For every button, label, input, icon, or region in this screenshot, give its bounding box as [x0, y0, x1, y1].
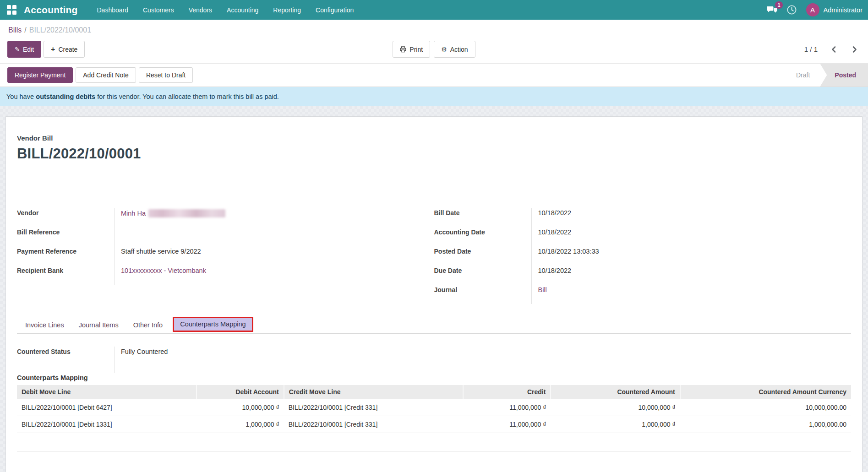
- cell-credit: 11,000,000 ₫: [463, 416, 551, 433]
- form-view-background: Vendor Bill BILL/2022/10/0001 Vendor Min…: [0, 106, 868, 472]
- banner-text-bold: outstanding debits: [36, 93, 95, 100]
- recipient-bank-link[interactable]: 101xxxxxxxxx - Vietcombank: [121, 267, 206, 274]
- edit-button[interactable]: ✎ Edit: [7, 41, 41, 58]
- user-menu[interactable]: A Administrator: [806, 3, 863, 16]
- notebook-tabs: Invoice Lines Journal Items Other Info C…: [17, 317, 851, 334]
- col-debit-move-line: Debit Move Line: [17, 385, 197, 399]
- recipient-bank-label: Recipient Bank: [17, 266, 114, 285]
- activities-clock-icon[interactable]: [786, 5, 797, 15]
- pager-previous-button[interactable]: [830, 45, 838, 54]
- col-countered-amount-currency: Countered Amount Currency: [680, 385, 851, 399]
- statusbar-states: Draft Posted: [786, 64, 868, 87]
- col-countered-amount: Countered Amount: [551, 385, 680, 399]
- top-navbar: Accounting Dashboard Customers Vendors A…: [0, 0, 868, 20]
- menu-reporting[interactable]: Reporting: [267, 1, 307, 19]
- vendor-link[interactable]: Minh Ha: [121, 210, 146, 217]
- create-button[interactable]: + Create: [44, 41, 85, 58]
- add-credit-note-button[interactable]: Add Credit Note: [76, 67, 136, 83]
- redacted-vendor-name: [148, 209, 225, 217]
- tab-other-info[interactable]: Other Info: [126, 317, 170, 333]
- col-credit-move-line: Credit Move Line: [284, 385, 464, 399]
- printer-icon: [400, 46, 406, 53]
- messages-count-badge: 1: [775, 1, 782, 9]
- breadcrumb-bills-link[interactable]: Bills: [8, 26, 22, 34]
- accounting-date-value: 10/18/2022: [531, 227, 824, 246]
- plus-icon: +: [51, 46, 55, 53]
- tab-journal-items[interactable]: Journal Items: [71, 317, 126, 333]
- vendor-label: Vendor: [17, 208, 114, 227]
- field-due-date: Due Date 10/18/2022: [434, 266, 824, 285]
- counterparts-mapping-title: Counterparts Mapping: [17, 374, 851, 381]
- chevron-left-icon: [830, 46, 837, 53]
- cp-left-buttons: ✎ Edit + Create: [7, 41, 393, 58]
- user-name: Administrator: [824, 6, 863, 14]
- bill-number-title: BILL/2022/10/0001: [17, 146, 851, 162]
- cell-countered-amount-currency: 1,000,000.00: [680, 416, 851, 433]
- journal-link[interactable]: Bill: [538, 286, 547, 293]
- banner-text-suffix: for this vendor. You can allocate them t…: [97, 93, 279, 100]
- breadcrumb-separator: /: [24, 26, 26, 34]
- field-journal: Journal Bill: [434, 285, 824, 304]
- table-header-row: Debit Move Line Debit Account Credit Mov…: [17, 385, 851, 399]
- col-debit-account: Debit Account: [197, 385, 284, 399]
- tab-invoice-lines[interactable]: Invoice Lines: [18, 317, 71, 333]
- bill-date-value: 10/18/2022: [531, 208, 824, 227]
- cell-countered-amount: 1,000,000 ₫: [551, 416, 680, 433]
- action-button[interactable]: ⚙ Action: [434, 41, 475, 58]
- cell-debit-account: 1,000,000 ₫: [197, 416, 284, 433]
- menu-customers[interactable]: Customers: [136, 1, 180, 19]
- field-posted-date: Posted Date 10/18/2022 13:03:33: [434, 246, 824, 266]
- countered-status-value: Fully Countered: [114, 347, 851, 373]
- state-draft[interactable]: Draft: [786, 64, 820, 87]
- pager: 1 / 1: [475, 45, 861, 54]
- due-date-value: 10/18/2022: [531, 266, 824, 285]
- cell-countered-amount: 10,000,000 ₫: [551, 399, 680, 416]
- cell-credit-move-line: BILL/2022/10/0001 [Credit 331]: [284, 399, 464, 416]
- pencil-icon: ✎: [15, 46, 20, 52]
- countered-status-label: Countered Status: [17, 347, 114, 373]
- cell-debit-account: 10,000,000 ₫: [197, 399, 284, 416]
- cell-credit: 11,000,000 ₫: [463, 399, 551, 416]
- menu-vendors[interactable]: Vendors: [182, 1, 218, 19]
- app-title: Accounting: [24, 5, 78, 16]
- document-type-label: Vendor Bill: [17, 134, 851, 142]
- accounting-date-label: Accounting Date: [434, 227, 531, 246]
- grid-icon: [7, 5, 16, 15]
- tab-counterparts-mapping[interactable]: Counterparts Mapping: [173, 317, 253, 332]
- table-row[interactable]: BILL/2022/10/0001 [Debit 6427] 10,000,00…: [17, 399, 851, 416]
- navbar-systray: 1 A Administrator: [766, 3, 863, 16]
- field-recipient-bank: Recipient Bank 101xxxxxxxxx - Vietcomban…: [17, 266, 407, 285]
- col-credit: Credit: [463, 385, 551, 399]
- breadcrumb-current: BILL/2022/10/0001: [29, 26, 91, 34]
- pager-value[interactable]: 1 / 1: [804, 45, 818, 53]
- breadcrumb: Bills/BILL/2022/10/0001: [8, 26, 861, 34]
- apps-menu-icon[interactable]: [4, 2, 19, 18]
- field-accounting-date: Accounting Date 10/18/2022: [434, 227, 824, 246]
- counterparts-mapping-table: Debit Move Line Debit Account Credit Mov…: [17, 385, 851, 451]
- gear-icon: ⚙: [441, 46, 447, 53]
- cell-debit-move-line: BILL/2022/10/0001 [Debit 1331]: [17, 416, 197, 433]
- posted-date-label: Posted Date: [434, 246, 531, 266]
- bill-reference-label: Bill Reference: [17, 227, 114, 246]
- state-posted[interactable]: Posted: [820, 64, 868, 87]
- posted-date-value: 10/18/2022 13:03:33: [531, 246, 824, 266]
- messages-icon[interactable]: 1: [766, 5, 777, 15]
- field-countered-status: Countered Status Fully Countered: [17, 347, 851, 373]
- field-vendor: Vendor Minh Ha: [17, 208, 407, 227]
- main-menu: Dashboard Customers Vendors Accounting R…: [91, 1, 766, 19]
- payment-reference-value: Staff shuttle service 9/2022: [114, 246, 407, 266]
- register-payment-button[interactable]: Register Payment: [7, 67, 73, 83]
- table-empty-row: [17, 433, 851, 451]
- field-bill-date: Bill Date 10/18/2022: [434, 208, 824, 227]
- pager-next-button[interactable]: [850, 45, 859, 54]
- menu-dashboard[interactable]: Dashboard: [91, 1, 135, 19]
- menu-configuration[interactable]: Configuration: [309, 1, 360, 19]
- table-row[interactable]: BILL/2022/10/0001 [Debit 1331] 1,000,000…: [17, 416, 851, 433]
- reset-to-draft-button[interactable]: Reset to Draft: [139, 67, 193, 83]
- chevron-right-icon: [851, 46, 858, 53]
- menu-accounting[interactable]: Accounting: [220, 1, 265, 19]
- bill-reference-value: [114, 227, 407, 246]
- outstanding-debits-banner: You have outstanding debits for this ven…: [0, 87, 868, 106]
- print-button[interactable]: Print: [393, 41, 430, 58]
- due-date-label: Due Date: [434, 266, 531, 285]
